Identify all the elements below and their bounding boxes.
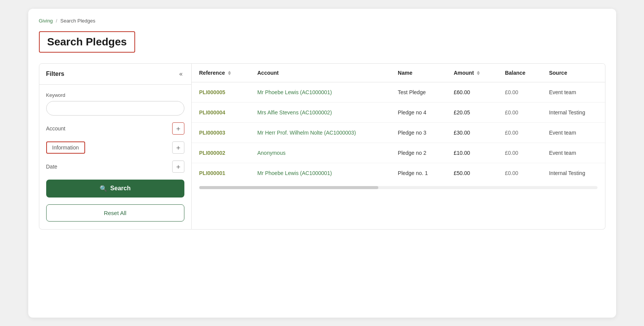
date-add-button[interactable]: ＋ [172,161,184,173]
table-header-row: Reference Account Name Amount [192,64,605,82]
cell-name: Test Pledge [390,82,446,102]
cell-name: Pledge no 3 [390,122,446,143]
col-reference: Reference [192,64,250,82]
cell-source: Event team [541,143,605,163]
account-row: Account ＋ [46,122,184,135]
cell-account: Mr Phoebe Lewis (AC1000001) [250,82,390,102]
filters-panel: Filters « Keyword Account ＋ [39,63,192,230]
col-name: Name [390,64,446,82]
reference-link[interactable]: PLI000005 [199,89,226,95]
col-balance: Balance [497,64,542,82]
cell-name: Pledge no. 1 [390,163,446,183]
breadcrumb: Giving / Search Pledges [39,18,605,24]
filters-body: Keyword Account ＋ Information [39,85,191,229]
cell-balance: £0.00 [497,143,542,163]
cell-balance: £0.00 [497,122,542,143]
col-source: Source [541,64,605,82]
scrollbar-thumb [199,186,378,189]
reference-link[interactable]: PLI000003 [199,130,226,136]
app-container: Giving / Search Pledges Search Pledges F… [28,9,616,318]
sort-icon-reference [228,71,231,75]
table-body: PLI000005Mr Phoebe Lewis (AC1000001)Test… [192,82,605,183]
cell-source: Event team [541,122,605,143]
keyword-section: Keyword [46,92,184,116]
main-layout: Filters « Keyword Account ＋ [39,63,605,230]
table-wrapper: Reference Account Name Amount [192,64,605,229]
table-row: PLI000001Mr Phoebe Lewis (AC1000001)Pled… [192,163,605,183]
cell-balance: £0.00 [497,82,542,102]
reference-link[interactable]: PLI000004 [199,109,226,116]
account-section: Account ＋ [46,122,184,135]
account-add-button[interactable]: ＋ [172,122,184,135]
account-link[interactable]: Mr Herr Prof. Wilhelm Nolte (AC1000003) [257,130,356,136]
information-label: Information [46,141,85,154]
date-section: Date ＋ [46,161,184,173]
table-row: PLI000002AnonymousPledge no 2£10.00£0.00… [192,143,605,163]
cell-amount: £60.00 [446,82,497,102]
cell-reference: PLI000002 [192,143,250,163]
filters-title: Filters [46,71,65,77]
date-row: Date ＋ [46,161,184,173]
information-section: Information ＋ [46,141,184,154]
reference-link[interactable]: PLI000002 [199,150,226,156]
information-row: Information ＋ [46,141,184,154]
results-panel: Reference Account Name Amount [192,63,605,230]
filters-header: Filters « [39,64,191,85]
cell-reference: PLI000003 [192,122,250,143]
keyword-label: Keyword [46,92,184,98]
col-amount: Amount [446,64,497,82]
account-label: Account [46,125,66,132]
account-link[interactable]: Mrs Alfie Stevens (AC1000002) [257,109,332,116]
col-account: Account [250,64,390,82]
breadcrumb-parent[interactable]: Giving [39,18,53,24]
cell-amount: £10.00 [446,143,497,163]
cell-amount: £30.00 [446,122,497,143]
account-link[interactable]: Mr Phoebe Lewis (AC1000001) [257,170,332,176]
horizontal-scrollbar[interactable] [199,186,597,189]
cell-name: Pledge no 2 [390,143,446,163]
information-add-button[interactable]: ＋ [172,141,184,154]
cell-source: Event team [541,82,605,102]
reset-button[interactable]: Reset All [46,204,184,222]
search-icon: 🔍 [100,185,107,192]
cell-amount: £20.05 [446,102,497,122]
plus-icon: ＋ [175,143,182,152]
cell-reference: PLI000001 [192,163,250,183]
breadcrumb-current: Search Pledges [60,18,95,24]
collapse-button[interactable]: « [178,69,184,79]
plus-icon: ＋ [175,124,182,133]
cell-account: Mrs Alfie Stevens (AC1000002) [250,102,390,122]
cell-reference: PLI000005 [192,82,250,102]
search-button[interactable]: 🔍 Search [46,180,184,198]
reference-link[interactable]: PLI000001 [199,170,226,176]
cell-balance: £0.00 [497,163,542,183]
account-link[interactable]: Anonymous [257,150,286,156]
account-link[interactable]: Mr Phoebe Lewis (AC1000001) [257,89,332,95]
table-row: PLI000005Mr Phoebe Lewis (AC1000001)Test… [192,82,605,102]
cell-name: Pledge no 4 [390,102,446,122]
page-title: Search Pledges [39,31,136,53]
table-row: PLI000004Mrs Alfie Stevens (AC1000002)Pl… [192,102,605,122]
table-row: PLI000003Mr Herr Prof. Wilhelm Nolte (AC… [192,122,605,143]
date-label: Date [46,164,58,170]
cell-account: Mr Phoebe Lewis (AC1000001) [250,163,390,183]
cell-amount: £50.00 [446,163,497,183]
cell-source: Internal Testing [541,163,605,183]
cell-reference: PLI000004 [192,102,250,122]
sort-icon-amount [477,71,480,75]
cell-source: Internal Testing [541,102,605,122]
plus-icon: ＋ [175,162,182,171]
search-button-label: Search [110,185,131,192]
cell-account: Mr Herr Prof. Wilhelm Nolte (AC1000003) [250,122,390,143]
breadcrumb-separator: / [56,18,57,24]
pledges-table: Reference Account Name Amount [192,64,605,183]
cell-account: Anonymous [250,143,390,163]
keyword-input[interactable] [46,101,184,116]
cell-balance: £0.00 [497,102,542,122]
